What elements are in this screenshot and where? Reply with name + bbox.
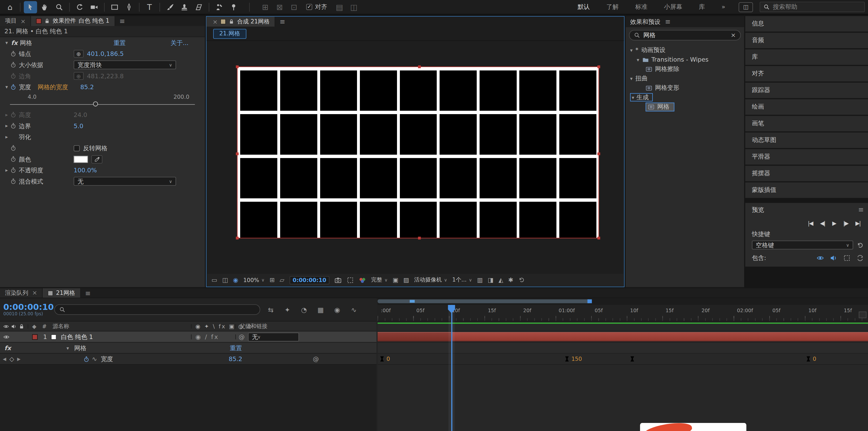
close-icon[interactable]: × [32,289,37,296]
include-audio-speaker-icon[interactable] [830,255,837,262]
lock-icon[interactable] [44,18,50,24]
stopwatch-icon[interactable] [10,167,17,174]
comp-flowchart-icon[interactable]: ⇆ [265,306,277,314]
snap-toggle[interactable]: ✓ 对齐 [306,3,327,11]
snap-checkbox[interactable]: ✓ [306,4,312,10]
selection-handle[interactable] [597,237,600,240]
panel-audio[interactable]: 音频 [745,33,868,48]
timeline-search-input[interactable] [54,305,260,315]
work-area-marker[interactable] [410,300,415,303]
twirl-icon[interactable]: ▾ [66,345,69,350]
panel-menu-icon[interactable]: ≡ [665,18,671,26]
go-to-start-button[interactable]: |◀ [808,220,813,226]
frame-blend-icon[interactable]: ▦ [314,306,327,314]
panel-wiggler[interactable]: 摇摆器 [745,166,868,181]
keyframe-icon[interactable] [565,356,569,362]
property-row[interactable]: ◀ ◇ ▶ ∿ 宽度 85.2 @ [0,353,376,365]
eraser-tool-button[interactable] [192,1,206,13]
color-swatch[interactable] [74,155,88,163]
selection-handle[interactable] [236,152,239,155]
selection-handle[interactable] [236,65,239,68]
tree-category-generate[interactable]: ▾ 生成 [626,92,744,102]
play-button[interactable]: ▶ [832,220,836,226]
shy-layers-icon[interactable]: ◔ [298,306,310,314]
tab-timeline-comp[interactable]: 21网格 [43,288,81,298]
layer-name[interactable]: 白色 纯色 1 [61,333,93,341]
step-back-button[interactable]: ◀| [820,220,825,226]
panel-menu-icon[interactable]: ≡ [85,289,91,297]
pen-tool-button[interactable] [122,1,135,13]
lock-icon[interactable] [229,19,234,24]
keyframe-icon[interactable] [630,356,634,362]
panel-motion-sketch[interactable]: 动态草图 [745,133,868,148]
hand-tool-button[interactable] [38,1,52,13]
workspace-overflow-icon[interactable]: » [721,3,725,11]
main-viewer-icon[interactable]: ◫ [222,277,228,283]
property-name[interactable]: 宽度 [101,355,113,363]
home-button[interactable]: ⌂ [3,1,17,13]
panel-menu-icon[interactable]: ≡ [119,17,125,25]
twirl-icon[interactable]: ▾ [3,40,10,46]
shape-tool-button[interactable] [108,1,121,13]
tab-project[interactable]: 项目 × [0,16,31,26]
playhead-line[interactable] [451,305,452,431]
property-pickwhip-icon[interactable]: @ [313,355,319,363]
width-slider[interactable] [10,100,195,109]
tab-render-queue[interactable]: 渲染队列 × [0,288,43,298]
effects-search-input[interactable]: 网格 × [629,30,741,40]
workspace-default[interactable]: 默认 [578,3,590,11]
clone-stamp-tool-button[interactable] [178,1,191,13]
show-snapshot-icon[interactable] [347,276,354,284]
layer-visibility-eye-icon[interactable] [3,334,9,340]
selection-handle[interactable] [597,152,600,155]
mask-feather-tool-button[interactable]: ▤ [333,1,346,13]
panel-tracker[interactable]: 跟踪器 [745,83,868,98]
panel-paint[interactable]: 绘画 [745,99,868,115]
layer-switches[interactable]: ◉ / fx [195,333,219,341]
reset-effect-link[interactable]: 重置 [230,344,242,352]
channel-blue-icon[interactable]: ◉ [233,277,238,283]
orbit-camera-tool-button[interactable] [73,1,86,13]
panel-align[interactable]: 对齐 [745,66,868,82]
camera-tool-button[interactable] [88,1,101,13]
source-name-header[interactable]: 源名称 [53,322,69,330]
comp-marker-bin-button[interactable] [859,311,866,318]
solid-color-swatch[interactable] [51,334,56,340]
twirl-icon[interactable]: ▸ [3,134,10,140]
navigator-end-handle[interactable] [587,299,592,303]
about-effect-link[interactable]: 关于... [170,39,188,47]
include-video-eye-icon[interactable] [816,255,824,262]
workspace-manager-button[interactable]: ◫ [739,2,753,12]
panel-brushes[interactable]: 画笔 [745,116,868,132]
selection-handle[interactable] [236,237,239,240]
parent-pickwhip-icon[interactable]: @ [239,333,245,341]
panel-info[interactable]: 信息 [745,16,868,32]
keyframe-icon[interactable] [806,356,811,362]
keyframe-icon[interactable] [380,356,384,362]
view-axis-mode-button[interactable]: ⊡ [287,1,301,13]
loop-icon[interactable] [857,255,864,262]
tree-preset-grid-wipe[interactable]: 网格擦除 [626,64,744,74]
stopwatch-icon-active[interactable] [83,355,90,363]
twirl-icon[interactable]: ▸ [3,167,10,173]
stopwatch-icon[interactable] [10,51,17,57]
workspace-small-screen[interactable]: 小屏幕 [664,3,682,11]
point-picker-icon[interactable]: ⊕ [74,50,84,58]
close-icon[interactable]: × [213,18,218,25]
viewer-tab-comp[interactable]: 21.网格 [213,29,246,38]
panel-menu-icon[interactable]: ≡ [858,206,864,213]
prev-keyframe-icon[interactable]: ◀ [3,356,6,361]
blend-mode-dropdown[interactable]: 无 ∨ [74,177,176,185]
add-keyframe-icon[interactable]: ◇ [9,355,14,363]
draft-3d-icon[interactable]: ✦ [281,306,293,314]
timeline-navigator-bar[interactable] [377,298,868,305]
stopwatch-icon-active[interactable] [10,84,17,90]
parent-link-header[interactable]: 父级和链接 [240,322,268,330]
fast-previews-icon[interactable]: ◨ [488,277,494,283]
tree-animation-presets[interactable]: ▾ * 动画预设 [626,46,744,55]
timeline-button-icon[interactable]: ◭ [498,277,503,283]
graph-editor-icon[interactable]: ∿ [348,306,360,314]
tree-folder-transitions-wipes[interactable]: ▾ Transitions - Wipes [626,55,744,64]
twirl-icon[interactable]: ▾ [3,84,10,90]
motion-path-button[interactable]: ◫ [347,1,361,13]
